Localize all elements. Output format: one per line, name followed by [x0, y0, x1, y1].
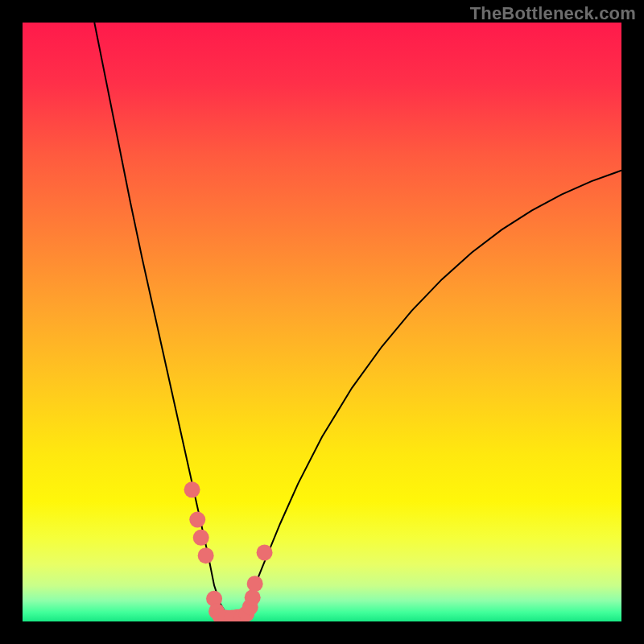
marker-dot — [245, 589, 261, 605]
chart-svg — [23, 23, 621, 621]
marker-dot — [257, 544, 273, 560]
marker-dot — [184, 481, 200, 497]
marker-dot — [198, 547, 214, 564]
marker-dot — [247, 576, 263, 592]
plot-area — [23, 23, 621, 621]
chart-frame: TheBottleneck.com — [0, 0, 644, 644]
watermark-text: TheBottleneck.com — [470, 3, 636, 24]
marker-dot — [193, 530, 209, 546]
marker-dot — [189, 512, 205, 528]
